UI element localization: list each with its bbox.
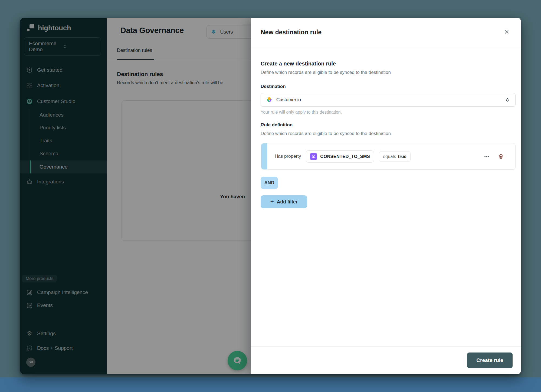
modal-header: New destination rule xyxy=(251,18,521,48)
close-icon xyxy=(504,29,510,35)
plus-icon: + xyxy=(270,199,274,205)
destination-select[interactable]: Customer.io xyxy=(261,93,516,107)
operator-value: true xyxy=(398,154,406,159)
add-filter-button[interactable]: + Add filter xyxy=(261,195,307,208)
property-name: CONSENTED_TO_SMS xyxy=(320,154,370,159)
property-cube-icon xyxy=(310,153,317,160)
dots-horizontal-icon xyxy=(484,155,490,157)
select-chevrons-icon xyxy=(504,97,510,103)
create-rule-button[interactable]: Create rule xyxy=(467,353,513,368)
customerio-logo-icon xyxy=(266,96,273,103)
operator-label: equals xyxy=(383,154,396,159)
close-button[interactable] xyxy=(502,28,511,36)
taskbar-strip xyxy=(0,377,541,392)
destination-helper-text: Your rule will only apply to this destin… xyxy=(261,110,342,115)
desktop-background: hightouch Ecommerce Demo Get started Act… xyxy=(0,0,541,392)
destination-value: Customer.io xyxy=(276,97,501,103)
trash-icon xyxy=(498,153,504,160)
modal-footer: Create rule xyxy=(251,346,521,374)
more-options-button[interactable] xyxy=(482,152,491,161)
rule-body: Has property CONSENTED_TO_SMS equals tru… xyxy=(267,143,515,169)
modal-subheading: Define which records are eligible to be … xyxy=(261,70,391,75)
app-window: hightouch Ecommerce Demo Get started Act… xyxy=(20,18,521,374)
delete-rule-button[interactable] xyxy=(496,152,506,161)
modal-heading: Create a new destination rule xyxy=(261,61,336,67)
and-connector-chip[interactable]: AND xyxy=(261,177,278,189)
rule-accent-strip xyxy=(261,143,267,169)
rule-condition-row: Has property CONSENTED_TO_SMS equals tru… xyxy=(261,143,516,170)
rule-definition-description: Define which records are eligible to be … xyxy=(261,131,391,136)
operator-value-pill[interactable]: equals true xyxy=(379,151,411,162)
destination-label: Destination xyxy=(261,84,286,89)
modal-dim-overlay xyxy=(20,18,251,374)
rule-prefix: Has property xyxy=(275,154,301,159)
new-destination-rule-modal: New destination rule Create a new destin… xyxy=(251,18,521,374)
property-chip[interactable]: CONSENTED_TO_SMS xyxy=(306,150,374,163)
modal-title: New destination rule xyxy=(261,29,322,36)
rule-definition-label: Rule definition xyxy=(261,122,293,128)
